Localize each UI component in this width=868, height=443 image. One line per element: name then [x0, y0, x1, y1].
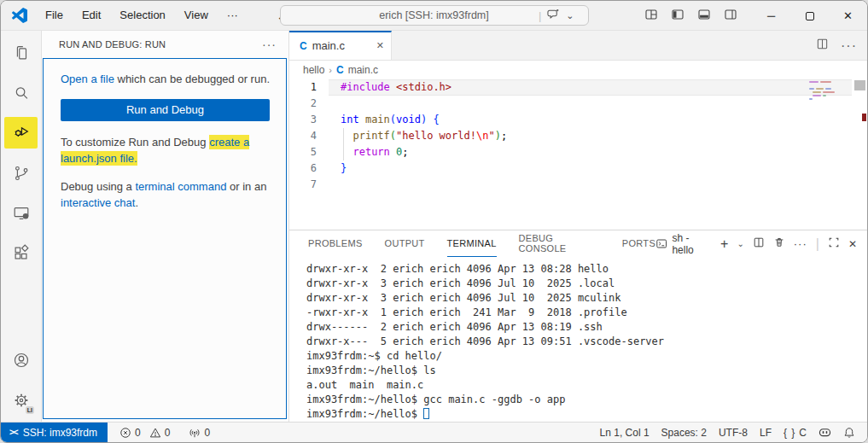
line-number[interactable]: 1: [289, 79, 329, 96]
activity-search[interactable]: [1, 73, 41, 113]
search-value: erich [SSH: imx93frdm]: [379, 9, 489, 21]
code-line[interactable]: 6}: [289, 160, 867, 177]
minimap[interactable]: [809, 81, 850, 100]
error-count: 0: [135, 427, 141, 439]
terminal-cursor: [423, 408, 429, 419]
line-number[interactable]: 2: [289, 96, 329, 112]
kill-terminal-icon[interactable]: [773, 236, 785, 252]
open-file-rest: which can be debugged or run.: [114, 73, 270, 85]
tab-label: main.c: [312, 39, 345, 52]
tab-terminal[interactable]: TERMINAL: [447, 230, 497, 257]
toggle-secondary-sidebar-icon[interactable]: [724, 8, 737, 25]
terminal-line: a.out main main.c: [306, 378, 867, 393]
notifications-bell-icon[interactable]: [838, 423, 860, 443]
editor-more-icon[interactable]: ···: [841, 38, 857, 54]
errors-warnings[interactable]: 0 0: [114, 423, 175, 443]
code-line[interactable]: 7: [289, 177, 867, 193]
profile-badge: LI: [26, 406, 34, 414]
terminal-output[interactable]: drwxr-xr-x 2 erich erich 4096 Apr 13 08:…: [289, 257, 867, 422]
close-panel-icon[interactable]: ✕: [848, 238, 857, 250]
debug-icon: [12, 122, 31, 141]
breadcrumb-folder[interactable]: hello: [303, 64, 324, 76]
new-terminal-icon[interactable]: +: [720, 236, 728, 252]
terminal-command-link[interactable]: terminal command: [135, 180, 226, 193]
editor-tab-bar: C main.c ✕ ···: [289, 31, 867, 61]
activity-explorer[interactable]: [1, 32, 41, 73]
activity-source-control[interactable]: [1, 153, 41, 193]
tab-debug-console[interactable]: DEBUG CONSOLE: [519, 230, 600, 257]
tab-output[interactable]: OUTPUT: [385, 230, 425, 257]
menu-selection[interactable]: Selection: [110, 1, 174, 30]
interactive-chat-link[interactable]: interactive chat: [61, 196, 135, 209]
breadcrumb-file[interactable]: main.c: [348, 64, 378, 76]
menu-view[interactable]: View: [175, 1, 218, 30]
files-icon: [12, 44, 31, 62]
menu-file[interactable]: File: [36, 1, 73, 30]
language-mode[interactable]: { }C: [778, 423, 812, 443]
eol-sequence[interactable]: LF: [754, 423, 777, 443]
toggle-panel-icon[interactable]: [697, 8, 711, 25]
split-terminal-icon[interactable]: [753, 236, 765, 252]
activity-extensions[interactable]: [1, 233, 41, 273]
workbench: LI RUN AND DEBUG: RUN ··· Open a file wh…: [1, 31, 867, 422]
remote-indicator[interactable]: >< SSH: imx93frdm: [1, 423, 108, 443]
chevron-down-icon[interactable]: ⌄: [566, 10, 574, 21]
terminal-dropdown-icon[interactable]: ⌄: [737, 239, 743, 248]
line-number[interactable]: 5: [289, 144, 329, 160]
copilot-status-icon[interactable]: [813, 423, 836, 443]
code-line[interactable]: 5 return 0;: [289, 144, 867, 160]
activity-remote-explorer[interactable]: [1, 193, 41, 233]
terminal-line: imx93frdm:~/hello$ ls: [306, 364, 867, 378]
ports-indicator[interactable]: 0: [184, 423, 215, 443]
layout-controls: [644, 1, 737, 31]
warning-count: 0: [165, 427, 171, 439]
indentation[interactable]: Spaces: 2: [656, 423, 712, 443]
activity-settings[interactable]: LI: [1, 380, 41, 420]
toggle-primary-sidebar-icon[interactable]: [671, 8, 684, 25]
maximize-panel-icon[interactable]: [828, 236, 840, 252]
menu-more-icon[interactable]: ···: [218, 1, 248, 30]
terminal-line: imx93frdm:~$ cd hello/: [306, 349, 867, 364]
tab-problems[interactable]: PROBLEMS: [308, 230, 363, 257]
line-number[interactable]: 3: [289, 112, 329, 128]
terminal-instance[interactable]: sh - hello: [655, 232, 712, 256]
line-number[interactable]: 4: [289, 128, 329, 144]
run-debug-sidebar: RUN AND DEBUG: RUN ··· Open a file which…: [42, 31, 289, 422]
terminal-line: drwxr-x--- 5 erich erich 4096 Apr 13 09:…: [306, 335, 867, 349]
code-line[interactable]: 1#include <stdio.h>: [289, 79, 867, 96]
split-editor-icon[interactable]: [816, 38, 829, 54]
sidebar-more-icon[interactable]: ···: [262, 38, 277, 51]
line-number[interactable]: 7: [289, 177, 329, 193]
tab-ports[interactable]: PORTS: [622, 230, 655, 257]
panel-more-icon[interactable]: ···: [794, 237, 807, 250]
menu-bar: File Edit Selection View ···: [36, 1, 248, 30]
minimize-button[interactable]: ─: [752, 1, 790, 31]
c-language-icon: C: [300, 40, 307, 52]
run-and-debug-button[interactable]: Run and Debug: [61, 99, 270, 121]
menu-edit[interactable]: Edit: [73, 1, 110, 30]
code-line[interactable]: 3int main(void) {: [289, 112, 867, 128]
cursor-position[interactable]: Ln 1, Col 1: [595, 423, 655, 443]
activity-accounts[interactable]: [1, 340, 41, 380]
close-button[interactable]: ✕: [829, 1, 867, 31]
customize-layout-icon[interactable]: [644, 8, 658, 25]
code-line[interactable]: 4 printf("hello world!\n");: [289, 128, 867, 144]
account-icon: [12, 351, 31, 370]
tab-close-icon[interactable]: ✕: [376, 40, 384, 51]
maximize-button[interactable]: [790, 1, 829, 31]
terminal-prompt-line: imx93frdm:~/hello$: [306, 407, 867, 422]
editor-scrollbar[interactable]: [854, 80, 865, 90]
tab-main-c[interactable]: C main.c ✕: [289, 31, 392, 60]
title-bar: File Edit Selection View ··· ← → erich […: [1, 1, 867, 31]
copilot-chat-icon[interactable]: [547, 8, 560, 23]
activity-bar: LI: [1, 31, 42, 422]
encoding[interactable]: UTF-8: [714, 423, 753, 443]
window-controls: ─ ✕: [752, 1, 867, 31]
command-center-search[interactable]: erich [SSH: imx93frdm] | ⌄: [280, 5, 589, 26]
open-a-file-link[interactable]: Open a file: [61, 73, 114, 85]
terminal-label: sh - hello: [672, 232, 712, 256]
code-editor[interactable]: 1#include <stdio.h>23int main(void) {4 p…: [289, 79, 867, 230]
line-number[interactable]: 6: [289, 160, 329, 177]
code-line[interactable]: 2: [289, 96, 867, 112]
activity-run-debug[interactable]: [1, 113, 41, 153]
